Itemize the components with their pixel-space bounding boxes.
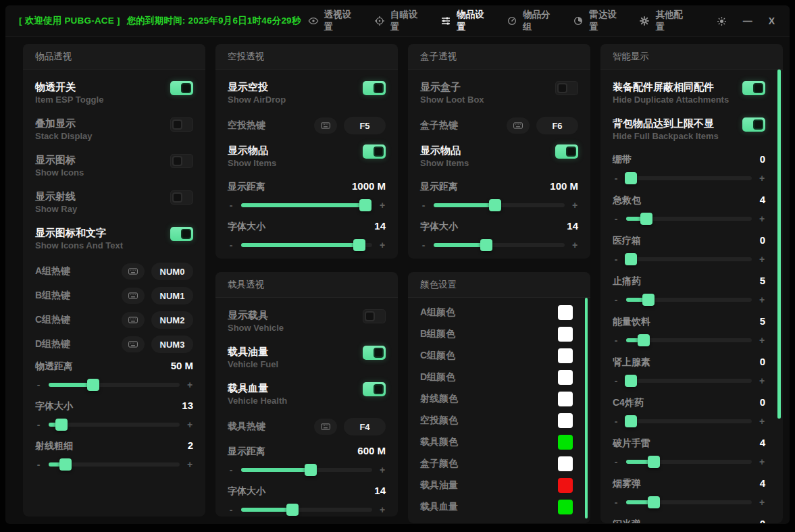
nav-item-groups[interactable]: 物品分组	[507, 9, 553, 33]
increase-button[interactable]: +	[759, 375, 765, 386]
slider-track[interactable]	[241, 243, 372, 247]
slider-knob[interactable]	[286, 504, 299, 516]
keyboard-icon[interactable]	[122, 312, 145, 328]
decrease-button[interactable]: -	[35, 459, 42, 470]
color-swatch[interactable]	[558, 478, 573, 493]
decrease-button[interactable]: -	[613, 173, 619, 184]
hotkey-value-group-a[interactable]: NUM0	[151, 263, 193, 280]
keyboard-icon[interactable]	[122, 263, 145, 280]
color-swatch[interactable]	[558, 327, 573, 342]
nav-aimbot-settings[interactable]: 自瞄设置	[374, 9, 420, 33]
scrollbar-thumb[interactable]	[777, 70, 781, 419]
nav-item-settings[interactable]: 物品设置	[440, 9, 486, 33]
show-box-toggle[interactable]	[555, 81, 578, 95]
slider-knob[interactable]	[305, 464, 317, 476]
slider-track[interactable]	[626, 419, 752, 423]
slider-knob[interactable]	[638, 334, 650, 346]
slider-knob[interactable]	[359, 199, 371, 211]
slider-track[interactable]	[49, 423, 180, 427]
slider-track[interactable]	[241, 203, 372, 207]
item-esp-toggle[interactable]	[170, 81, 193, 95]
nav-other-settings[interactable]: 其他配置	[639, 9, 685, 33]
increase-button[interactable]: +	[759, 416, 765, 427]
box-show-items-toggle[interactable]	[555, 144, 578, 159]
decrease-button[interactable]: -	[35, 379, 42, 390]
vehicle-fuel-toggle[interactable]	[363, 346, 386, 360]
color-swatch[interactable]	[558, 435, 573, 450]
close-button[interactable]: X	[769, 16, 775, 26]
increase-button[interactable]: +	[571, 240, 578, 250]
decrease-button[interactable]: -	[613, 335, 619, 346]
keyboard-icon[interactable]	[314, 419, 337, 435]
nav-radar-settings[interactable]: 雷达设置	[573, 9, 619, 33]
color-swatch[interactable]	[558, 392, 573, 406]
keyboard-icon[interactable]	[122, 288, 145, 304]
slider-knob[interactable]	[625, 172, 637, 184]
hide-duplicate-attachments-toggle[interactable]	[742, 81, 765, 95]
show-airdrop-toggle[interactable]	[363, 81, 386, 95]
slider-track[interactable]	[241, 468, 372, 472]
slider-knob[interactable]	[625, 253, 637, 265]
increase-button[interactable]: +	[379, 240, 386, 250]
minimize-button[interactable]: —	[743, 16, 752, 26]
airdrop-show-items-toggle[interactable]	[363, 144, 386, 159]
increase-button[interactable]: +	[759, 173, 765, 184]
increase-button[interactable]: +	[759, 294, 765, 305]
slider-knob[interactable]	[625, 415, 637, 427]
hotkey-value-group-d[interactable]: NUM3	[151, 336, 193, 353]
decrease-button[interactable]: -	[613, 375, 619, 386]
increase-button[interactable]: +	[759, 456, 765, 467]
increase-button[interactable]: +	[186, 379, 193, 390]
color-swatch[interactable]	[558, 413, 573, 428]
decrease-button[interactable]: -	[228, 240, 234, 250]
keyboard-icon[interactable]	[507, 117, 530, 134]
show-vehicle-toggle[interactable]	[363, 309, 386, 323]
slider-track[interactable]	[626, 500, 752, 504]
keyboard-icon[interactable]	[314, 117, 337, 134]
increase-button[interactable]: +	[759, 497, 765, 508]
increase-button[interactable]: +	[186, 459, 193, 470]
color-swatch[interactable]	[558, 348, 573, 363]
theme-toggle-button[interactable]	[717, 16, 727, 26]
show-icons-toggle[interactable]	[170, 154, 193, 168]
slider-track[interactable]	[626, 257, 752, 261]
nav-esp-settings[interactable]: 透视设置	[308, 9, 354, 33]
increase-button[interactable]: +	[186, 419, 193, 430]
increase-button[interactable]: +	[759, 254, 765, 265]
slider-track[interactable]	[434, 243, 565, 247]
scrollbar-thumb[interactable]	[585, 298, 588, 518]
decrease-button[interactable]: -	[228, 504, 234, 515]
slider-knob[interactable]	[55, 419, 68, 431]
color-swatch[interactable]	[558, 500, 573, 514]
decrease-button[interactable]: -	[613, 497, 619, 508]
stack-display-toggle[interactable]	[170, 117, 193, 132]
hotkey-value-group-c[interactable]: NUM2	[151, 311, 193, 329]
decrease-button[interactable]: -	[613, 294, 619, 305]
slider-track[interactable]	[626, 176, 752, 180]
hotkey-value-vehicle[interactable]: F4	[344, 418, 386, 435]
slider-track[interactable]	[49, 383, 180, 387]
slider-track[interactable]	[626, 298, 752, 302]
slider-track[interactable]	[49, 462, 180, 467]
decrease-button[interactable]: -	[420, 200, 427, 211]
color-swatch[interactable]	[558, 305, 573, 320]
slider-knob[interactable]	[59, 458, 72, 471]
increase-button[interactable]: +	[759, 335, 765, 346]
increase-button[interactable]: +	[379, 464, 386, 475]
slider-track[interactable]	[241, 508, 372, 512]
slider-knob[interactable]	[87, 379, 99, 391]
hotkey-value-group-b[interactable]: NUM1	[151, 287, 193, 304]
show-ray-toggle[interactable]	[170, 190, 193, 205]
slider-knob[interactable]	[642, 294, 655, 306]
hotkey-value-box[interactable]: F6	[536, 117, 578, 134]
decrease-button[interactable]: -	[420, 240, 427, 250]
decrease-button[interactable]: -	[613, 213, 619, 224]
color-swatch[interactable]	[558, 456, 573, 471]
slider-knob[interactable]	[648, 456, 660, 468]
decrease-button[interactable]: -	[613, 456, 619, 467]
increase-button[interactable]: +	[379, 504, 386, 515]
color-swatch[interactable]	[558, 370, 573, 385]
slider-track[interactable]	[626, 338, 752, 342]
decrease-button[interactable]: -	[228, 464, 234, 475]
hotkey-value-airdrop[interactable]: F5	[344, 117, 386, 134]
